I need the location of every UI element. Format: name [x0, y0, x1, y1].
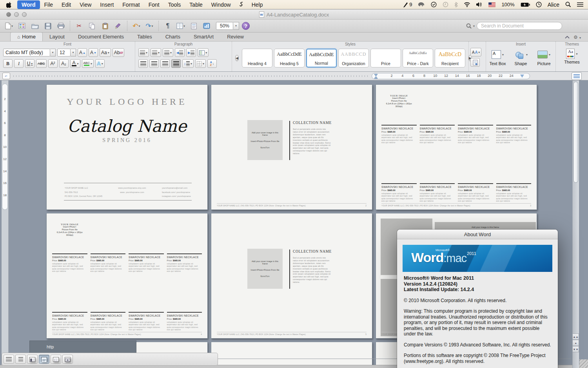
manage-styles-button[interactable] [470, 58, 480, 67]
menu-insert[interactable]: Insert [96, 0, 118, 9]
borders-button[interactable]: ▾ [195, 59, 206, 68]
product-image-placeholder[interactable] [458, 149, 493, 182]
collapse-ribbon-button[interactable] [565, 35, 570, 40]
product-image-placeholder[interactable] [420, 149, 455, 182]
product-image-placeholder[interactable] [496, 90, 532, 124]
product-image-placeholder[interactable] [129, 219, 164, 253]
cover-image-placeholder[interactable]: Add your cover image in this frameInsert… [247, 249, 283, 289]
align-right-button[interactable] [160, 59, 170, 68]
page-3-products[interactable]: YOUR IMAGEInsert>Photo>Picture From file… [376, 84, 537, 210]
save-button[interactable] [43, 21, 53, 31]
menu-window[interactable]: Window [207, 0, 235, 9]
page-8[interactable]: Your main theme [211, 342, 372, 368]
battery-percentage[interactable]: 100% [501, 2, 514, 7]
show-formatting-button[interactable]: ¶ [163, 21, 173, 31]
print-button[interactable] [56, 21, 66, 31]
search-input[interactable] [477, 22, 562, 30]
select-browse-object-button[interactable]: ● [572, 340, 579, 346]
tab-document-elements[interactable]: Document Elements [71, 33, 131, 41]
line-spacing-button[interactable]: ↕▾ [182, 59, 194, 68]
subscript-button[interactable]: A₂ [59, 59, 69, 68]
cut-button[interactable]: ✂ [74, 21, 84, 31]
page-1-cover[interactable]: YOUR LOGO HERE Catalog Name SPRING 2016 … [46, 84, 208, 210]
style-organizer-button[interactable]: AA▾ [470, 48, 481, 56]
product-image-placeholder[interactable]: YOUR IMAGEInsert>Photo>Picture From file… [52, 219, 87, 253]
font-size-select[interactable]: 12 [57, 49, 71, 56]
user-menu[interactable]: Alice [548, 2, 559, 8]
dialog-title-bar[interactable]: About Word [397, 230, 558, 239]
new-document-button[interactable]: ▾ [4, 21, 14, 31]
tab-review[interactable]: Review [220, 33, 250, 41]
wifi-icon[interactable] [464, 2, 470, 7]
product-image-placeholder[interactable] [420, 90, 455, 124]
font-color-button[interactable]: A▾ [70, 59, 80, 68]
vertical-scrollbar[interactable] [572, 80, 579, 368]
style-heading-4[interactable]: Heading 4 [242, 49, 272, 67]
window-title-bar[interactable]: W A4-LandscapeCatalog.docx [0, 9, 588, 20]
increase-indent-button[interactable]: ▶ [186, 48, 196, 57]
previous-page-button[interactable]: ▲▲ [572, 333, 579, 340]
style-price[interactable]: Price [370, 49, 401, 67]
clear-formatting-button[interactable]: Ab [113, 48, 125, 57]
spotlight-icon[interactable] [565, 2, 571, 7]
justify-button[interactable] [171, 59, 181, 68]
page-4-products[interactable]: YOUR IMAGEInsert>Photo>Picture From file… [46, 213, 208, 339]
columns-button[interactable]: ▾ [176, 21, 186, 31]
tab-selector[interactable]: ⌐ [2, 73, 10, 79]
tab-home[interactable]: ⌂Home [10, 32, 43, 41]
us-flag-icon[interactable] [488, 2, 495, 7]
outline-view-button[interactable] [15, 355, 26, 364]
battery-icon[interactable] [521, 2, 530, 7]
document-layout-button[interactable] [189, 21, 199, 31]
product-image-placeholder[interactable] [52, 277, 87, 311]
style-heading-5[interactable]: AaBbCcDdEHeading 5 [274, 49, 305, 67]
font-name-select[interactable]: Calisto MT (Body) [3, 49, 50, 56]
draft-view-button[interactable] [4, 355, 14, 364]
strikethrough-button[interactable]: ABC [36, 59, 47, 68]
bullets-button[interactable]: ▾ [138, 48, 149, 57]
undo-button[interactable]: ↶▾ [131, 21, 142, 31]
menu-edit[interactable]: Edit [57, 0, 75, 9]
help-button[interactable]: ? [242, 22, 250, 30]
horizontal-ruler[interactable]: ⌐ 24681012141618202224 [0, 72, 588, 80]
style-organization[interactable]: AABBCCDOrganization [338, 49, 369, 67]
product-image-placeholder[interactable] [91, 219, 126, 253]
focus-view-button[interactable] [62, 355, 73, 364]
align-center-button[interactable] [149, 59, 159, 68]
product-image-placeholder[interactable] [91, 277, 126, 311]
next-page-button[interactable]: ▼▼ [572, 346, 579, 352]
gallery-button[interactable] [17, 21, 27, 31]
zoom-value[interactable]: 50% [216, 22, 233, 30]
resize-grip[interactable] [579, 359, 588, 368]
themes-button[interactable]: Aa▾ [566, 49, 577, 59]
numbering-button[interactable]: ▾ [151, 48, 161, 57]
indent-marker-right[interactable] [520, 75, 524, 78]
open-button[interactable] [30, 21, 40, 31]
change-case-button[interactable]: Aa▾ [100, 48, 111, 57]
media-browser-button[interactable] [201, 21, 212, 31]
apple-menu[interactable] [0, 2, 17, 8]
menu-help[interactable]: Help [247, 0, 267, 9]
menu-word[interactable]: Word [17, 0, 40, 9]
notebook-layout-view-button[interactable] [51, 355, 61, 364]
style-recipient[interactable]: AaBbCcDRecipient [435, 49, 465, 67]
columns-layout-button[interactable]: ▾ [198, 48, 209, 57]
zoom-stepper[interactable]: ▾ [233, 22, 239, 30]
insert-text-box-button[interactable]: A▾Text Box [487, 49, 509, 66]
product-image-placeholder[interactable] [381, 149, 417, 182]
tab-tables[interactable]: Tables [131, 33, 159, 41]
menu-view[interactable]: View [75, 0, 96, 9]
product-image-placeholder[interactable] [167, 219, 202, 253]
mammoth-status-icon[interactable] [418, 2, 425, 7]
paste-button[interactable] [100, 21, 110, 31]
format-painter-button[interactable] [113, 21, 123, 31]
text-effects-button[interactable]: A▾ [95, 59, 105, 68]
menu-tools[interactable]: Tools [164, 0, 185, 9]
menu-format[interactable]: Format [118, 0, 144, 9]
bold-button[interactable]: B [3, 59, 13, 68]
redo-button[interactable]: ↷▾ [144, 21, 154, 31]
indent-marker-left[interactable] [374, 74, 378, 79]
font-name-dropdown[interactable]: ▾ [50, 49, 56, 56]
check-menu-icon[interactable] [431, 2, 437, 7]
superscript-button[interactable]: A² [48, 59, 58, 68]
